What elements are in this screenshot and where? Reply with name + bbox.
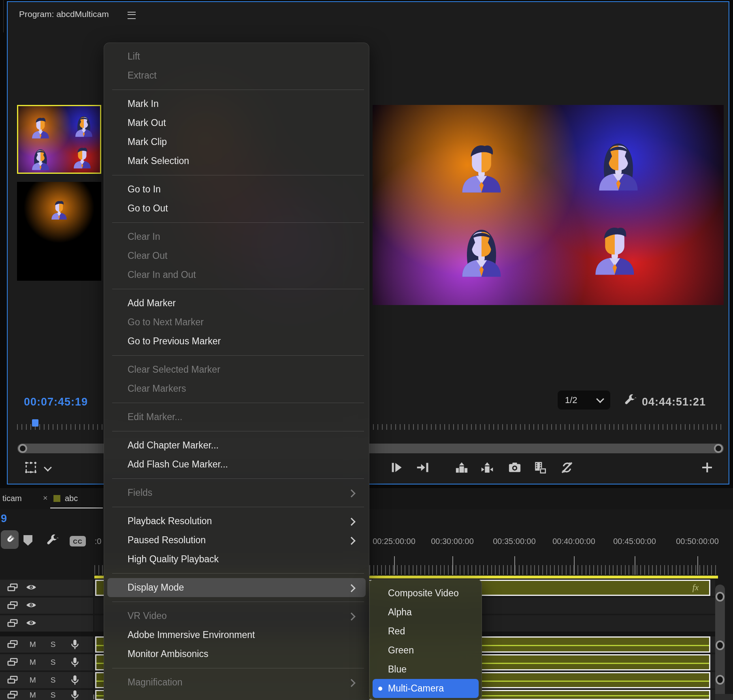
ruler-major-tick — [574, 556, 575, 575]
scrollbar-handle[interactable] — [716, 640, 724, 650]
menu-separator — [112, 355, 364, 356]
layers-icon[interactable] — [6, 689, 19, 700]
layers-icon[interactable] — [6, 638, 19, 651]
lift-icon[interactable] — [455, 461, 469, 474]
ruler-label: 00:50:00:00 — [676, 537, 719, 546]
menu-item-add-chapter-marker[interactable]: Add Chapter Marker... — [107, 436, 366, 455]
menu-item-clear-in: Clear In — [107, 227, 366, 246]
menu-item-mark-clip[interactable]: Mark Clip — [107, 132, 366, 152]
eye-icon[interactable] — [25, 582, 37, 594]
submenu-item-composite-video[interactable]: Composite Video — [373, 584, 479, 603]
snap-toggle-button[interactable] — [1, 530, 19, 549]
menu-item-playback-resolution[interactable]: Playback Resolution — [107, 512, 366, 531]
timeline-tab[interactable]: abc — [65, 494, 78, 503]
person-avatar — [29, 115, 52, 139]
layers-icon[interactable] — [6, 600, 19, 612]
timeline-timecode[interactable]: 9 — [1, 512, 7, 525]
mic-icon[interactable] — [69, 674, 81, 686]
menu-item-add-marker[interactable]: Add Marker — [107, 294, 366, 313]
extract-icon[interactable] — [480, 461, 494, 474]
submenu-item-alpha[interactable]: Alpha — [373, 603, 479, 622]
ruler-major-tick — [697, 556, 698, 575]
menu-item-fields: Fields — [107, 483, 366, 502]
submenu-item-green[interactable]: Green — [373, 641, 479, 660]
person-avatar — [72, 114, 96, 137]
menu-separator — [112, 222, 364, 223]
program-mini-ruler[interactable] — [17, 421, 111, 430]
duration-timecode: 04:44:51:21 — [642, 396, 706, 408]
mic-icon[interactable] — [69, 638, 81, 651]
mute-toggle[interactable]: M — [27, 676, 39, 685]
chevron-right-icon — [347, 584, 356, 592]
solo-toggle[interactable]: S — [47, 691, 59, 700]
tab-close-icon[interactable]: × — [43, 493, 48, 503]
multicam-source-thumbnail-selected[interactable] — [17, 105, 101, 174]
submenu-item-red[interactable]: Red — [373, 622, 479, 641]
menu-item-mark-in[interactable]: Mark In — [107, 94, 366, 113]
multi-camera-off-icon[interactable] — [560, 461, 574, 474]
mic-icon[interactable] — [69, 689, 81, 700]
solo-toggle[interactable]: S — [47, 658, 59, 667]
menu-item-adobe-immersive-environment[interactable]: Adobe Immersive Environment — [107, 625, 366, 645]
wrench-icon[interactable] — [623, 393, 637, 407]
multicam-source-thumbnail[interactable] — [17, 182, 101, 281]
menu-item-mark-out[interactable]: Mark Out — [107, 113, 366, 132]
layers-icon[interactable] — [6, 582, 19, 594]
layers-icon[interactable] — [6, 617, 19, 630]
ruler-major-tick — [452, 556, 453, 575]
menu-item-paused-resolution[interactable]: Paused Resolution — [107, 531, 366, 550]
mute-toggle[interactable]: M — [27, 691, 39, 700]
mic-icon[interactable] — [69, 656, 81, 668]
layers-icon[interactable] — [6, 656, 19, 668]
menu-item-extract: Extract — [107, 66, 366, 85]
submenu-item-blue[interactable]: Blue — [373, 660, 479, 679]
multicam-page-dropdown[interactable]: 1/2 — [558, 391, 610, 410]
captions-icon[interactable]: CC — [70, 536, 86, 546]
menu-separator — [112, 403, 364, 403]
menu-item-go-to-previous-marker[interactable]: Go to Previous Marker — [107, 332, 366, 351]
track-header: M S — [0, 672, 93, 688]
menu-item-display-mode[interactable]: Display Mode — [107, 578, 366, 597]
timeline-vertical-scrollbar[interactable] — [715, 585, 725, 700]
menu-item-high-quality-playback[interactable]: High Quality Playback — [107, 550, 366, 569]
playhead-handle[interactable] — [32, 419, 38, 427]
menu-item-mark-selection[interactable]: Mark Selection — [107, 152, 366, 171]
go-to-out-icon[interactable] — [416, 461, 430, 474]
display-mode-submenu: Composite VideoAlphaRedGreenBlueMulti-Ca… — [369, 579, 482, 700]
menu-item-monitor-ambisonics[interactable]: Monitor Ambisonics — [107, 645, 366, 664]
scrollbar-right-handle[interactable] — [714, 444, 723, 453]
wrench-icon[interactable] — [45, 534, 59, 547]
eye-icon[interactable] — [25, 600, 37, 612]
chevron-right-icon — [347, 612, 356, 621]
program-mini-ruler[interactable] — [364, 421, 724, 430]
mute-toggle[interactable]: M — [27, 658, 39, 667]
menu-separator — [112, 289, 364, 289]
submenu-item-multi-camera[interactable]: Multi-Camera — [373, 679, 479, 698]
track-header — [0, 598, 93, 614]
ruler-label: 00:30:00:00 — [431, 537, 474, 546]
export-frame-icon[interactable] — [508, 461, 522, 474]
menu-item-lift: Lift — [107, 47, 366, 66]
step-forward-icon[interactable] — [390, 461, 403, 474]
solo-toggle[interactable]: S — [47, 676, 59, 685]
scrollbar-left-handle[interactable] — [18, 444, 27, 453]
solo-toggle[interactable]: S — [47, 640, 59, 649]
scrollbar-handle[interactable] — [716, 592, 724, 602]
menu-item-go-to-in[interactable]: Go to In — [107, 180, 366, 199]
add-marker-icon[interactable] — [23, 535, 32, 546]
plus-icon[interactable] — [700, 461, 714, 474]
playhead-timecode[interactable]: 00:07:45:19 — [24, 396, 88, 408]
marquee-select-icon[interactable] — [24, 461, 38, 474]
menu-item-add-flash-cue-marker[interactable]: Add Flash Cue Marker... — [107, 455, 366, 474]
scrollbar-handle[interactable] — [716, 675, 724, 685]
chevron-down-icon[interactable] — [44, 463, 52, 472]
mute-toggle[interactable]: M — [27, 640, 39, 649]
layers-icon[interactable] — [6, 674, 19, 686]
timeline-tab[interactable]: ticam — [2, 494, 22, 503]
menu-item-go-to-out[interactable]: Go to Out — [107, 199, 366, 218]
eye-icon[interactable] — [25, 617, 37, 630]
track-header: M S — [0, 636, 93, 653]
hamburger-icon[interactable] — [128, 12, 136, 19]
export-media-icon[interactable] — [533, 461, 547, 474]
menu-item-go-to-next-marker: Go to Next Marker — [107, 313, 366, 332]
